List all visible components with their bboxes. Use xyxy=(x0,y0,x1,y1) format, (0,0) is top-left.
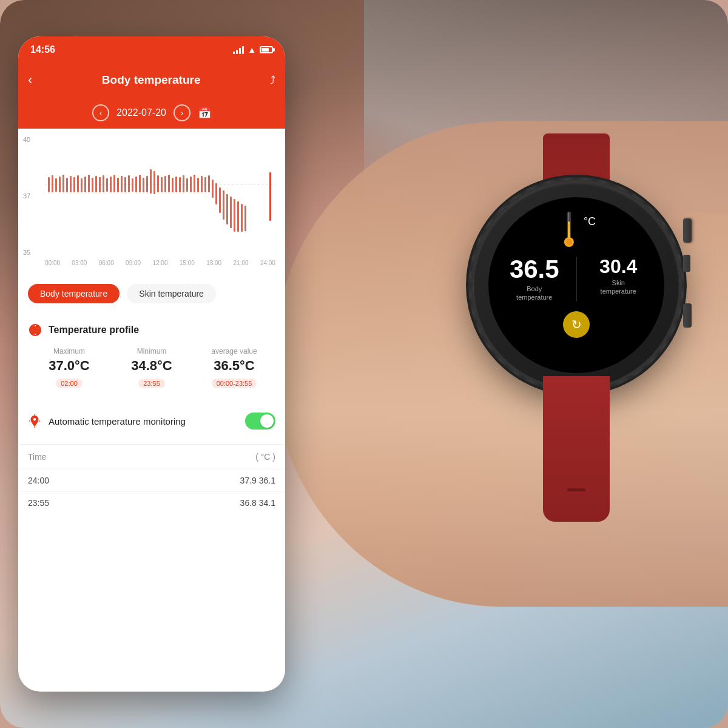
svg-rect-61 xyxy=(269,172,271,221)
watch-temps: 36.5 Bodytemperature 30.4 Skintemperatur… xyxy=(497,257,655,302)
tab-body-temperature[interactable]: Body temperature xyxy=(28,284,120,303)
svg-rect-15 xyxy=(81,178,83,192)
svg-rect-58 xyxy=(237,201,239,232)
svg-rect-12 xyxy=(70,176,72,192)
battery-icon xyxy=(260,46,273,53)
svg-rect-53 xyxy=(219,187,221,213)
svg-rect-34 xyxy=(150,169,152,194)
x-label-0: 00:00 xyxy=(45,260,60,266)
share-button[interactable]: ⤴ xyxy=(270,74,275,87)
min-label: Minimum xyxy=(110,347,193,356)
svg-rect-46 xyxy=(194,175,195,192)
max-value: 37.0°C xyxy=(28,358,110,374)
svg-rect-49 xyxy=(204,177,206,192)
current-date: 2022-07-20 xyxy=(116,107,166,118)
avg-label: average value xyxy=(193,347,275,356)
svg-rect-17 xyxy=(88,175,90,192)
watch-crown-bottom xyxy=(683,303,692,328)
svg-rect-18 xyxy=(92,178,93,192)
app-header: ‹ Body temperature ⤴ xyxy=(18,63,285,97)
svg-rect-59 xyxy=(241,204,243,232)
y-label-37: 37 xyxy=(23,192,30,200)
svg-rect-26 xyxy=(121,176,123,192)
x-label-18: 18:00 xyxy=(206,260,221,266)
svg-rect-10 xyxy=(62,175,64,192)
profile-header: Temperature profile xyxy=(28,323,275,337)
monitoring-toggle[interactable] xyxy=(245,413,275,430)
x-label-21: 21:00 xyxy=(234,260,249,266)
thermometer-svg xyxy=(557,209,581,252)
svg-rect-52 xyxy=(215,183,217,204)
svg-rect-36 xyxy=(157,175,159,192)
svg-rect-30 xyxy=(135,177,137,192)
watch-strap-bottom xyxy=(543,376,610,522)
svg-rect-4 xyxy=(568,212,569,224)
svg-rect-21 xyxy=(103,175,104,192)
svg-rect-50 xyxy=(208,175,210,192)
toggle-knob xyxy=(260,414,274,428)
profile-title: Temperature profile xyxy=(49,325,139,335)
svg-rect-11 xyxy=(66,178,68,192)
temp-stats: Maximum 37.0°C 02:00 Minimum 34.8°C 23:5… xyxy=(28,347,275,388)
watch-crown-mid xyxy=(683,255,690,272)
max-time: 02:00 xyxy=(56,379,83,388)
svg-rect-20 xyxy=(99,177,101,192)
watch-skin-temp-value: 30.4 xyxy=(582,257,656,276)
monitoring-label: Automatic temperature monitoring xyxy=(49,416,238,426)
table-row: 24:00 37.9 36.1 xyxy=(18,469,285,491)
watch-refresh-button[interactable]: ↻ xyxy=(563,311,590,338)
watch-body-temp: 36.5 Bodytemperature xyxy=(497,257,577,302)
min-time: 23:55 xyxy=(138,379,165,388)
x-label-15: 15:00 xyxy=(180,260,195,266)
row-time-1: 24:00 xyxy=(28,476,49,485)
temp-column-label: ( °C ) xyxy=(255,452,275,462)
temperature-chart: 40 37 35 xyxy=(18,129,285,274)
svg-rect-42 xyxy=(179,177,181,192)
row-temp-2: 36.8 34.1 xyxy=(240,498,275,508)
next-date-button[interactable]: › xyxy=(174,104,190,121)
prev-date-button[interactable]: ‹ xyxy=(92,104,109,121)
svg-rect-8 xyxy=(55,178,57,192)
watch-body-temp-label: Bodytemperature xyxy=(497,285,571,302)
chart-y-labels: 40 37 35 xyxy=(23,136,30,256)
svg-rect-24 xyxy=(113,175,115,192)
x-label-3: 03:00 xyxy=(72,260,87,266)
svg-rect-54 xyxy=(223,190,224,220)
status-time: 14:56 xyxy=(30,44,55,55)
svg-rect-28 xyxy=(128,175,130,192)
back-button[interactable]: ‹ xyxy=(28,72,32,88)
watch-screen: °C 36.5 Bodytemperature 30.4 Skintempera… xyxy=(488,197,664,373)
watch-body-temp-value: 36.5 xyxy=(497,257,571,282)
svg-rect-16 xyxy=(84,177,86,192)
phone-mockup: 14:56 ▲ ‹ Body temperature ⤴ ‹ 2022-07-2… xyxy=(18,36,285,692)
signal-icon xyxy=(233,46,244,54)
svg-rect-37 xyxy=(161,177,163,192)
page-title: Body temperature xyxy=(102,73,201,87)
svg-rect-22 xyxy=(106,178,108,192)
svg-rect-47 xyxy=(197,178,199,192)
watch-crown-top xyxy=(683,218,692,243)
x-label-6: 06:00 xyxy=(99,260,114,266)
avg-value: 36.5°C xyxy=(193,358,275,374)
refresh-icon: ↻ xyxy=(571,317,582,332)
svg-rect-23 xyxy=(110,177,112,192)
row-time-2: 23:55 xyxy=(28,498,49,508)
tab-section: Body temperature Skin temperature xyxy=(18,274,285,308)
svg-rect-25 xyxy=(117,178,119,192)
svg-rect-41 xyxy=(175,177,177,192)
svg-rect-32 xyxy=(143,178,144,192)
stat-maximum: Maximum 37.0°C 02:00 xyxy=(28,347,110,388)
stat-minimum: Minimum 34.8°C 23:55 xyxy=(110,347,193,388)
x-label-12: 12:00 xyxy=(152,260,167,266)
svg-rect-38 xyxy=(164,176,166,192)
smartwatch: °C 36.5 Bodytemperature 30.4 Skintempera… xyxy=(473,182,679,388)
svg-rect-14 xyxy=(77,175,79,192)
svg-rect-40 xyxy=(172,178,174,192)
calendar-button[interactable]: 📅 xyxy=(198,106,211,120)
tab-skin-temperature[interactable]: Skin temperature xyxy=(127,284,216,303)
stat-average: average value 36.5°C 00:00-23:55 xyxy=(193,347,275,388)
svg-rect-27 xyxy=(124,177,126,192)
y-label-40: 40 xyxy=(23,136,30,143)
y-label-35: 35 xyxy=(23,249,30,256)
monitoring-section: Automatic temperature monitoring xyxy=(18,403,285,439)
